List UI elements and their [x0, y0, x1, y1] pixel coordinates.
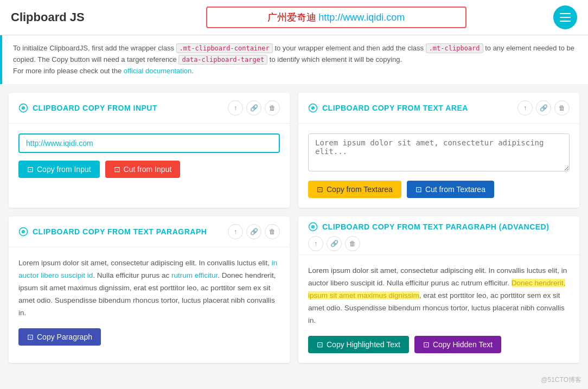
menu-icon-line1: [560, 13, 571, 14]
card1-actions: ↑ 🔗 🗑: [228, 100, 280, 116]
main-grid: CLIPBOARD COPY FROM INPUT ↑ 🔗 🗑 ⊡ Copy f…: [0, 84, 588, 372]
card-copy-from-paragraph: CLIPBOARD COPY FROM TEXT PARAGRAPH ↑ 🔗 🗑…: [9, 216, 290, 363]
card4-link-btn[interactable]: 🔗: [327, 236, 342, 251]
card3-body: Lorem ipsum dolor sit amet, consectetur …: [9, 247, 290, 355]
card3-link-btn[interactable]: 🔗: [246, 224, 261, 239]
copy-from-input-field[interactable]: [18, 133, 280, 153]
card2-header: CLIPBOARD COPY FROM TEXT AREA ↑ 🔗 🗑: [298, 93, 579, 124]
cut-icon1: ⊡: [114, 165, 120, 174]
card1-btn-row: ⊡ Copy from Input ⊡ Cut from Input: [18, 161, 280, 178]
copy-icon2: ⊡: [317, 185, 323, 194]
card2-title: CLIPBOARD COPY FROM TEXT AREA: [322, 104, 468, 112]
card2-delete-btn[interactable]: 🗑: [554, 100, 570, 116]
top-bar: Clipboard JS 广州爱奇迪 http://www.iqidi.com: [0, 0, 588, 35]
card1-title: CLIPBOARD COPY FROM INPUT: [33, 104, 157, 112]
desc-code1: .mt-clipboard-container: [176, 43, 273, 53]
card2-body: ⊡ Copy from Textarea ⊡ Cut from Textarea: [298, 124, 579, 208]
cut-from-textarea-btn[interactable]: ⊡ Cut from Textarea: [407, 181, 494, 198]
card3-actions: ↑ 🔗 🗑: [228, 224, 280, 239]
desc-code2: .mt-clipboard: [426, 43, 483, 53]
card2-btn-row: ⊡ Copy from Textarea ⊡ Cut from Textarea: [308, 181, 570, 198]
card-copy-from-paragraph-advanced: CLIPBOARD COPY FROM TEXT PARAGRAPH (ADVA…: [298, 216, 579, 363]
menu-button[interactable]: [553, 5, 577, 29]
ad-banner: 广州爱奇迪 http://www.iqidi.com: [206, 7, 466, 28]
card3-title-group: CLIPBOARD COPY FROM TEXT PARAGRAPH: [18, 227, 207, 237]
card1-upload-btn[interactable]: ↑: [228, 100, 243, 116]
copy-icon4: ⊡: [317, 340, 323, 349]
desc-period: .: [191, 67, 194, 75]
ad-link[interactable]: http://www.iqidi.com: [318, 12, 405, 23]
clipboard-icon3: [18, 227, 28, 237]
card1-title-group: CLIPBOARD COPY FROM INPUT: [18, 103, 157, 113]
desc-text2: to your wrapper element and then add the…: [274, 44, 425, 52]
card1-link-btn[interactable]: 🔗: [246, 100, 261, 116]
textarea-field[interactable]: [308, 133, 570, 171]
card4-btn-row: ⊡ Copy Highlighted Text ⊡ Copy Hidden Te…: [308, 336, 570, 353]
copy-icon1: ⊡: [27, 165, 34, 174]
card1-header: CLIPBOARD COPY FROM INPUT ↑ 🔗 🗑: [9, 93, 290, 124]
copy-hidden-btn[interactable]: ⊡ Copy Hidden Text: [414, 336, 501, 353]
copy-icon5: ⊡: [423, 340, 430, 349]
menu-icon-line3: [560, 21, 571, 22]
description-block: To initialize ClipboardJS, first add the…: [0, 35, 588, 84]
desc-text1: To initialize ClipboardJS, first add the…: [13, 44, 176, 52]
para-link2[interactable]: rutrum efficitur: [171, 271, 218, 279]
card4-upload-btn[interactable]: ↑: [308, 236, 323, 251]
card1-body: ⊡ Copy from Input ⊡ Cut from Input: [9, 124, 290, 188]
cut-from-input-btn[interactable]: ⊡ Cut from Input: [105, 161, 181, 178]
card4-title-group: CLIPBOARD COPY FROM TEXT PARAGRAPH (ADVA…: [308, 222, 549, 232]
desc-code3: data-clipboard-target: [178, 55, 267, 65]
clipboard-icon2: [308, 103, 318, 113]
clipboard-icon4: [308, 222, 318, 232]
card4-actions: ↑ 🔗 🗑: [308, 236, 360, 251]
card4-body: Lorem ipsum dolor sit amet, consectetur …: [298, 255, 579, 363]
card2-link-btn[interactable]: 🔗: [536, 100, 551, 116]
card4-title: CLIPBOARD COPY FROM TEXT PARAGRAPH (ADVA…: [322, 222, 549, 231]
clipboard-icon: [18, 103, 28, 113]
copy-icon3: ⊡: [27, 333, 34, 341]
copy-paragraph-btn[interactable]: ⊡ Copy Paragraph: [18, 328, 101, 346]
copy-highlighted-btn[interactable]: ⊡ Copy Highlighted Text: [308, 336, 409, 353]
app-title: Clipboard JS: [11, 10, 85, 24]
copy-from-textarea-btn[interactable]: ⊡ Copy from Textarea: [308, 181, 401, 198]
ad-text: 广州爱奇迪: [267, 12, 316, 23]
card3-delete-btn[interactable]: 🗑: [265, 224, 280, 239]
paragraph-text: Lorem ipsum dolor sit amet, consectetur …: [18, 257, 280, 320]
card1-delete-btn[interactable]: 🗑: [265, 100, 280, 116]
card2-upload-btn[interactable]: ↑: [517, 100, 533, 116]
copy-from-input-btn[interactable]: ⊡ Copy from Input: [18, 161, 100, 178]
cut-icon2: ⊡: [416, 185, 422, 194]
card3-upload-btn[interactable]: ↑: [228, 224, 243, 239]
card4-header: CLIPBOARD COPY FROM TEXT PARAGRAPH (ADVA…: [298, 216, 579, 255]
advanced-paragraph-text: Lorem ipsum dolor sit amet, consectetur …: [308, 265, 570, 327]
card4-delete-btn[interactable]: 🗑: [345, 236, 360, 251]
card-copy-from-textarea: CLIPBOARD COPY FROM TEXT AREA ↑ 🔗 🗑 ⊡ Co…: [298, 93, 579, 208]
card3-header: CLIPBOARD COPY FROM TEXT PARAGRAPH ↑ 🔗 🗑: [9, 216, 290, 247]
card3-title: CLIPBOARD COPY FROM TEXT PARAGRAPH: [33, 227, 207, 236]
card2-actions: ↑ 🔗 🗑: [517, 100, 570, 116]
card-copy-from-input: CLIPBOARD COPY FROM INPUT ↑ 🔗 🗑 ⊡ Copy f…: [9, 93, 290, 208]
card2-title-group: CLIPBOARD COPY FROM TEXT AREA: [308, 103, 468, 113]
menu-icon-line2: [560, 17, 571, 18]
doc-link[interactable]: official documentation: [124, 67, 192, 75]
